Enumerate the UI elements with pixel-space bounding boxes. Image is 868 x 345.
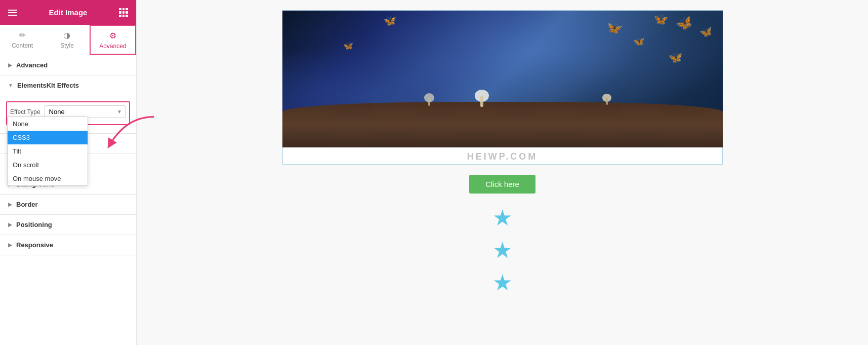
section-positioning-header[interactable]: ▶ Positioning bbox=[0, 215, 136, 235]
pencil-icon: ✏ bbox=[19, 30, 26, 40]
arrow-down-icon: ▼ bbox=[8, 83, 13, 88]
canvas-area: 🦋 🦋 🦋 🦋 🦋 🦋 🦋 🦋 bbox=[137, 0, 868, 345]
section-positioning: ▶ Positioning bbox=[0, 215, 136, 235]
elementskit-effects-header[interactable]: ▼ ElementsKit Effects bbox=[0, 75, 136, 95]
section-advanced: ▶ Advanced bbox=[0, 55, 136, 75]
hamburger-menu-icon[interactable] bbox=[8, 10, 17, 16]
svg-rect-6 bbox=[606, 98, 608, 105]
mushroom-right bbox=[602, 93, 611, 106]
butterfly-2: 🦋 bbox=[652, 12, 669, 28]
svg-rect-2 bbox=[480, 96, 483, 107]
grid-apps-icon[interactable] bbox=[119, 8, 128, 17]
tab-content[interactable]: ✏ Content bbox=[0, 25, 45, 55]
section-responsive-header[interactable]: ▶ Responsive bbox=[0, 235, 136, 255]
dropdown-option-tilt[interactable]: Tilt bbox=[8, 144, 88, 158]
tab-content-label: Content bbox=[12, 42, 33, 49]
sidebar: Edit Image ✏ Content ◑ Style ⚙ Advanced … bbox=[0, 0, 137, 345]
sidebar-collapse-button[interactable]: ‹ bbox=[136, 164, 137, 182]
section-positioning-label: Positioning bbox=[16, 221, 52, 228]
effect-type-dropdown: None CSS3 Tilt On scroll On mouse move bbox=[7, 117, 88, 186]
sidebar-header: Edit Image bbox=[0, 0, 136, 25]
section-advanced-label: Advanced bbox=[16, 61, 48, 69]
ground bbox=[282, 102, 723, 147]
tab-bar: ✏ Content ◑ Style ⚙ Advanced bbox=[0, 25, 136, 55]
half-circle-icon: ◑ bbox=[63, 30, 70, 40]
mushroom-tall bbox=[475, 88, 489, 108]
arrow-right-icon-6: ▶ bbox=[8, 222, 12, 227]
star-3: ★ bbox=[492, 272, 512, 294]
section-elementskit-effects: ▼ ElementsKit Effects Effect Type None C… bbox=[0, 75, 136, 134]
watermark: HEIWP.COM bbox=[283, 147, 722, 164]
section-border-label: Border bbox=[16, 201, 38, 208]
tab-advanced-label: Advanced bbox=[99, 43, 126, 50]
image-block: 🦋 🦋 🦋 🦋 🦋 🦋 🦋 🦋 bbox=[282, 10, 723, 165]
tab-advanced[interactable]: ⚙ Advanced bbox=[90, 25, 136, 55]
butterfly-1: 🦋 bbox=[674, 13, 694, 33]
hero-image: 🦋 🦋 🦋 🦋 🦋 🦋 🦋 🦋 bbox=[282, 11, 723, 147]
butterfly-4: 🦋 bbox=[633, 36, 644, 47]
butterfly-7: 🦋 bbox=[343, 41, 353, 51]
butterfly-8: 🦋 bbox=[669, 51, 682, 64]
section-border-header[interactable]: ▶ Border bbox=[0, 195, 136, 214]
svg-rect-4 bbox=[428, 98, 430, 106]
mushroom-small bbox=[424, 92, 434, 107]
butterfly-3: 🦋 bbox=[699, 25, 714, 39]
tab-style[interactable]: ◑ Style bbox=[45, 25, 89, 55]
section-responsive-label: Responsive bbox=[16, 241, 53, 249]
elementskit-effects-label: ElementsKit Effects bbox=[17, 82, 79, 89]
effect-type-label: Effect Type bbox=[10, 108, 40, 116]
dropdown-option-on-mouse-move[interactable]: On mouse move bbox=[8, 172, 88, 185]
section-advanced-header[interactable]: ▶ Advanced bbox=[0, 55, 136, 75]
dropdown-option-css3[interactable]: CSS3 bbox=[8, 131, 88, 144]
arrow-right-icon: ▶ bbox=[8, 62, 12, 68]
click-here-button[interactable]: Click here bbox=[469, 175, 535, 194]
butterfly-6: 🦋 bbox=[384, 15, 396, 27]
dropdown-option-on-scroll[interactable]: On scroll bbox=[8, 158, 88, 172]
arrow-right-icon-5: ▶ bbox=[8, 202, 12, 207]
gear-icon: ⚙ bbox=[109, 31, 116, 41]
tab-style-label: Style bbox=[60, 42, 74, 49]
arrow-right-icon-7: ▶ bbox=[8, 242, 12, 248]
effect-type-box: Effect Type None CSS3 Tilt On scroll On … bbox=[6, 101, 130, 125]
effects-body: Effect Type None CSS3 Tilt On scroll On … bbox=[0, 95, 136, 133]
star-2: ★ bbox=[492, 239, 512, 261]
stars-container: ★ ★ ★ bbox=[492, 207, 512, 294]
page-title: Edit Image bbox=[49, 8, 88, 17]
section-border: ▶ Border bbox=[0, 195, 136, 215]
star-1: ★ bbox=[492, 207, 512, 229]
section-responsive: ▶ Responsive bbox=[0, 235, 136, 255]
butterfly-5: 🦋 bbox=[604, 18, 624, 37]
main-content: 🦋 🦋 🦋 🦋 🦋 🦋 🦋 🦋 bbox=[137, 0, 868, 345]
dropdown-option-none[interactable]: None bbox=[8, 117, 88, 131]
